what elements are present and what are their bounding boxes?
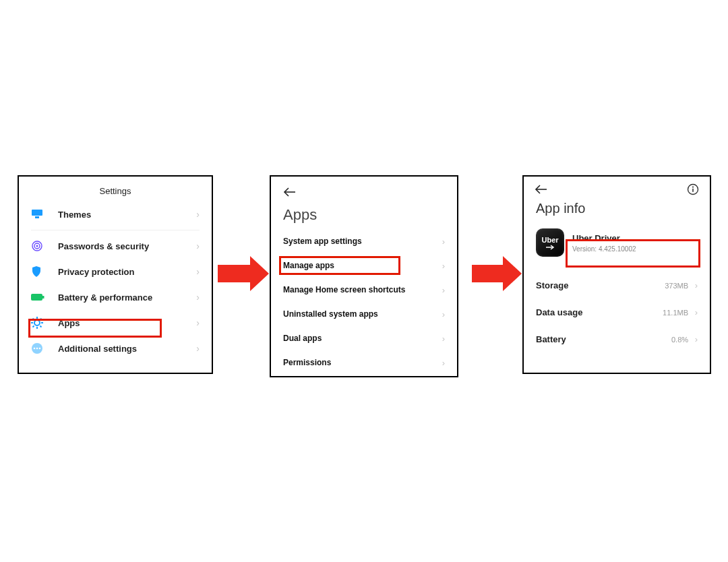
settings-item-label: Themes: [58, 210, 196, 220]
app-info-item-label: Battery: [536, 334, 566, 344]
app-info-item-label: Data usage: [536, 307, 582, 317]
arrow-right-icon: [218, 256, 269, 291]
svg-point-19: [39, 348, 41, 350]
chevron-right-icon: ›: [196, 266, 200, 277]
divider: [31, 230, 200, 230]
fingerprint-icon: [31, 239, 49, 253]
arrow-right-icon: [472, 256, 522, 291]
svg-rect-5: [31, 294, 42, 301]
app-info-item-label: Storage: [536, 280, 568, 290]
settings-item-additional[interactable]: Additional settings ›: [19, 336, 212, 361]
chevron-right-icon: ›: [196, 241, 200, 251]
app-version: Version: 4.425.10002: [572, 245, 636, 253]
app-icon-text: Uber: [541, 236, 558, 244]
chevron-right-icon: ›: [442, 334, 445, 344]
back-icon[interactable]: [283, 187, 297, 197]
svg-point-4: [36, 245, 38, 247]
svg-rect-6: [42, 296, 44, 299]
apps-item-manage-apps[interactable]: Manage apps ›: [271, 253, 457, 278]
settings-title: Settings: [19, 177, 212, 201]
settings-item-passwords[interactable]: Passwords & security ›: [19, 233, 212, 259]
chevron-right-icon: ›: [695, 307, 698, 317]
tutorial-flow: Settings Themes › Passwords & security: [0, 175, 728, 377]
app-info-title: App info: [524, 198, 710, 226]
svg-line-15: [33, 326, 34, 327]
chevron-right-icon: ›: [695, 280, 698, 290]
svg-rect-0: [32, 210, 42, 216]
settings-item-label: Apps: [58, 318, 196, 328]
app-name: Uber Driver: [572, 233, 636, 243]
svg-point-7: [34, 320, 40, 325]
app-info-item-storage[interactable]: Storage 373MB ›: [524, 272, 710, 299]
battery-icon: [31, 290, 49, 304]
chevron-right-icon: ›: [442, 285, 445, 295]
svg-rect-24: [692, 189, 694, 192]
apps-item-label: Dual apps: [283, 334, 322, 343]
chevron-right-icon: ›: [695, 334, 698, 344]
apps-item-label: System app settings: [283, 237, 362, 246]
apps-panel: Apps System app settings › Manage apps ›…: [270, 175, 458, 377]
settings-item-label: Passwords & security: [58, 241, 196, 251]
svg-point-23: [692, 186, 694, 187]
settings-panel: Settings Themes › Passwords & security: [18, 175, 213, 374]
app-info-item-value: 373MB: [665, 282, 688, 290]
shield-icon: [31, 265, 49, 278]
apps-item-permissions[interactable]: Permissions ›: [271, 350, 457, 375]
themes-icon: [31, 208, 49, 221]
svg-line-13: [40, 326, 42, 327]
apps-item-dual-apps[interactable]: Dual apps ›: [271, 326, 457, 350]
svg-line-12: [33, 319, 34, 320]
app-info-panel: App info Uber Uber Driver Version: 4.425…: [522, 175, 711, 374]
info-icon[interactable]: [687, 183, 699, 195]
settings-item-battery[interactable]: Battery & performance ›: [19, 284, 212, 310]
settings-item-label: Additional settings: [58, 344, 196, 354]
chevron-right-icon: ›: [442, 237, 445, 247]
apps-item-label: Manage Home screen shortcuts: [283, 285, 405, 294]
app-info-item-value: 11.1MB: [663, 309, 688, 317]
apps-item-label: Uninstalled system apps: [283, 309, 378, 319]
chevron-right-icon: ›: [196, 317, 200, 328]
settings-item-apps[interactable]: Apps ›: [19, 310, 212, 336]
settings-item-label: Battery & performance: [58, 292, 196, 303]
chevron-right-icon: ›: [196, 209, 200, 220]
app-info-item-value: 0.8%: [671, 336, 688, 344]
app-header[interactable]: Uber Uber Driver Version: 4.425.10002: [524, 226, 710, 259]
app-info-item-data-usage[interactable]: Data usage 11.1MB ›: [524, 299, 710, 325]
svg-point-18: [36, 348, 38, 350]
apps-item-label: Manage apps: [283, 261, 334, 270]
settings-item-privacy[interactable]: Privacy protection ›: [19, 259, 212, 284]
apps-item-label: Permissions: [283, 358, 331, 367]
chevron-right-icon: ›: [196, 292, 200, 303]
chevron-right-icon: ›: [442, 309, 445, 319]
apps-item-system-settings[interactable]: System app settings ›: [271, 229, 457, 253]
chevron-right-icon: ›: [442, 261, 445, 271]
svg-rect-1: [35, 216, 39, 218]
uber-app-icon: Uber: [536, 228, 564, 257]
apps-item-uninstalled[interactable]: Uninstalled system apps ›: [271, 302, 457, 326]
gear-icon: [31, 316, 49, 330]
settings-item-themes[interactable]: Themes ›: [19, 201, 212, 227]
back-icon[interactable]: [535, 185, 548, 194]
more-icon: [31, 342, 49, 355]
chevron-right-icon: ›: [442, 358, 445, 368]
app-info-item-battery[interactable]: Battery 0.8% ›: [524, 325, 710, 352]
apps-title: Apps: [271, 204, 457, 229]
settings-item-label: Privacy protection: [58, 267, 196, 277]
chevron-right-icon: ›: [196, 343, 200, 354]
svg-point-17: [34, 348, 36, 350]
svg-line-14: [40, 319, 42, 320]
apps-item-home-shortcuts[interactable]: Manage Home screen shortcuts ›: [271, 278, 457, 302]
